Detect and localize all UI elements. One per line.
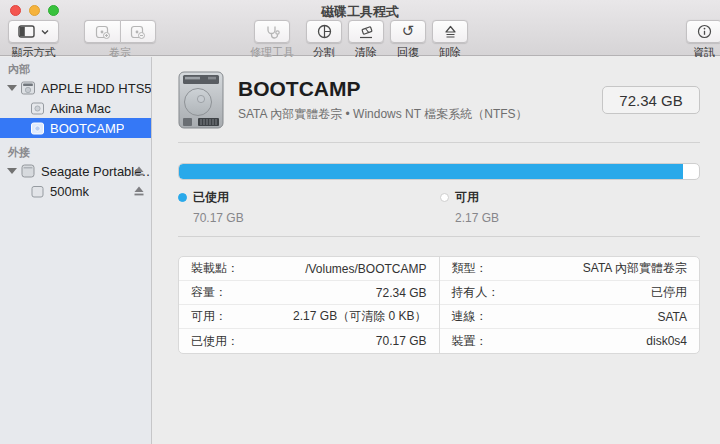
first-aid-button[interactable] bbox=[254, 20, 290, 43]
divider bbox=[178, 236, 700, 237]
sidebar-item-seagate[interactable]: Seagate Portable… bbox=[0, 161, 151, 181]
remove-volume-button[interactable] bbox=[120, 20, 156, 43]
main-pane: BOOTCAMP SATA 內部實體卷宗 • Windows NT 檔案系統（N… bbox=[152, 57, 720, 444]
chevron-down-icon bbox=[41, 29, 49, 35]
detail-label: 可用： bbox=[191, 308, 227, 325]
legend-free: 可用 2.17 GB bbox=[440, 189, 499, 225]
detail-row-type: 類型： SATA 內部實體卷宗 bbox=[440, 257, 700, 281]
usage-legend: 已使用 70.17 GB 可用 2.17 GB bbox=[178, 189, 700, 226]
partition-group: 分割 bbox=[306, 20, 342, 60]
usage-bar bbox=[178, 163, 700, 180]
divider bbox=[178, 142, 700, 143]
restore-icon: ↺ bbox=[402, 24, 415, 39]
detail-row-connection: 連線： SATA bbox=[440, 305, 700, 329]
restore-group: ↺ 回復 bbox=[390, 20, 426, 60]
sidebar-item-label: BOOTCAMP bbox=[50, 121, 124, 136]
volume-icon bbox=[30, 101, 45, 116]
sidebar: 內部 APPLE HDD HTS541… bbox=[0, 57, 152, 444]
info-group: 資訊 bbox=[686, 20, 720, 60]
sidebar-item-label: 500mk bbox=[50, 184, 89, 199]
volume-subtitle: SATA 內部實體卷宗 • Windows NT 檔案系統（NTFS） bbox=[238, 106, 528, 123]
detail-value: disk0s4 bbox=[488, 334, 688, 348]
detail-value: SATA 內部實體卷宗 bbox=[488, 260, 688, 277]
detail-row-available: 可用： 2.17 GB（可清除 0 KB） bbox=[179, 305, 439, 329]
detail-label: 類型： bbox=[452, 260, 488, 277]
sidebar-item-label: Akina Mac bbox=[50, 101, 111, 116]
detail-label: 已使用： bbox=[191, 333, 239, 350]
add-volume-icon bbox=[95, 25, 111, 39]
first-aid-group: 修理工具 bbox=[250, 20, 294, 60]
used-dot-icon bbox=[178, 193, 187, 202]
detail-label: 裝置： bbox=[452, 333, 488, 350]
external-volume-icon bbox=[30, 184, 45, 199]
sidebar-item-500mk[interactable]: 500mk bbox=[0, 181, 151, 201]
sidebar-section-external: 外接 bbox=[0, 144, 151, 161]
eject-icon[interactable] bbox=[133, 165, 145, 177]
first-aid-icon bbox=[265, 25, 280, 39]
detail-label: 連線： bbox=[452, 308, 488, 325]
hard-drive-icon bbox=[178, 71, 224, 129]
sidebar-item-apple-hdd[interactable]: APPLE HDD HTS541… bbox=[0, 78, 151, 98]
sidebar-section-internal: 內部 bbox=[0, 61, 151, 78]
sidebar-item-akina-mac[interactable]: Akina Mac bbox=[0, 98, 151, 118]
unmount-button[interactable] bbox=[432, 20, 468, 43]
legend-free-value: 2.17 GB bbox=[455, 211, 499, 225]
legend-free-label: 可用 bbox=[455, 189, 479, 206]
unmount-group: 卸除 bbox=[432, 20, 468, 60]
add-volume-button[interactable] bbox=[84, 20, 120, 43]
free-dot-icon bbox=[440, 193, 449, 202]
detail-row-owners: 持有人： 已停用 bbox=[440, 281, 700, 305]
erase-group: 清除 bbox=[348, 20, 384, 60]
volume-title: BOOTCAMP bbox=[238, 77, 528, 101]
detail-row-capacity: 容量： 72.34 GB bbox=[179, 281, 439, 305]
disk-utility-window: 磁碟工具程式 顯示方式 bbox=[0, 0, 720, 444]
detail-row-mount-point: 裝載點： /Volumes/BOOTCAMP bbox=[179, 257, 439, 281]
partition-button[interactable] bbox=[306, 20, 342, 43]
volume-size-badge: 72.34 GB bbox=[602, 86, 700, 114]
partition-icon bbox=[317, 24, 332, 39]
legend-used-label: 已使用 bbox=[193, 189, 229, 206]
remove-volume-icon bbox=[130, 25, 146, 39]
detail-label: 持有人： bbox=[452, 284, 500, 301]
eject-icon[interactable] bbox=[133, 185, 145, 197]
volume-group: 卷宗 bbox=[84, 20, 156, 60]
details-table: 裝載點： /Volumes/BOOTCAMP 容量： 72.34 GB 可用： … bbox=[178, 256, 700, 354]
sidebar-item-label: APPLE HDD HTS541… bbox=[41, 81, 151, 96]
detail-value: /Volumes/BOOTCAMP bbox=[239, 262, 427, 276]
titlebar-toolbar: 磁碟工具程式 顯示方式 bbox=[0, 0, 720, 56]
volume-icon bbox=[30, 121, 45, 136]
detail-value: SATA bbox=[488, 310, 688, 324]
detail-value: 70.17 GB bbox=[239, 334, 427, 348]
erase-button[interactable] bbox=[348, 20, 384, 43]
view-group: 顯示方式 bbox=[8, 20, 59, 60]
info-icon bbox=[697, 24, 712, 39]
detail-value: 72.34 GB bbox=[227, 286, 427, 300]
internal-disk-icon bbox=[20, 80, 36, 96]
detail-row-device: 裝置： disk0s4 bbox=[440, 329, 700, 353]
view-mode-button[interactable] bbox=[8, 20, 59, 43]
window-title: 磁碟工具程式 bbox=[0, 3, 720, 21]
usage-bar-used bbox=[179, 164, 683, 179]
disclosure-triangle-icon[interactable] bbox=[7, 85, 17, 91]
sidebar-icon bbox=[18, 25, 35, 38]
unmount-icon bbox=[444, 25, 457, 39]
detail-label: 裝載點： bbox=[191, 260, 239, 277]
disclosure-triangle-icon[interactable] bbox=[7, 168, 17, 174]
sidebar-item-bootcamp[interactable]: BOOTCAMP bbox=[0, 118, 151, 138]
erase-icon bbox=[358, 25, 374, 39]
legend-used-value: 70.17 GB bbox=[193, 211, 244, 225]
external-disk-icon bbox=[20, 163, 36, 179]
legend-used: 已使用 70.17 GB bbox=[178, 189, 244, 225]
detail-value: 已停用 bbox=[500, 284, 688, 301]
info-button[interactable] bbox=[686, 20, 720, 43]
detail-row-used: 已使用： 70.17 GB bbox=[179, 329, 439, 353]
volume-header: BOOTCAMP SATA 內部實體卷宗 • Windows NT 檔案系統（N… bbox=[178, 71, 700, 129]
detail-value: 2.17 GB（可清除 0 KB） bbox=[227, 308, 427, 325]
detail-label: 容量： bbox=[191, 284, 227, 301]
restore-button[interactable]: ↺ bbox=[390, 20, 426, 43]
